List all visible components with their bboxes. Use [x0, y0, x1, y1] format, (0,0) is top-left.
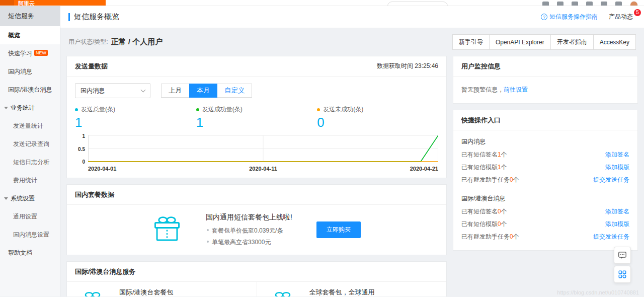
sidebar-item-label: 发送记录查询 — [13, 140, 49, 147]
go-to-settings-link[interactable]: 前往设置 — [504, 86, 528, 93]
submit-send-task-link[interactable]: 提交发送任务 — [593, 233, 629, 241]
aliyun-logo-text[interactable]: 阿里云 — [18, 0, 35, 6]
row-text: 已有短信签名1个 — [461, 151, 507, 159]
topbar-icon[interactable] — [542, 2, 549, 6]
topbar-icon[interactable] — [601, 2, 607, 6]
row-text: 已有群发助手任务0个 — [461, 233, 519, 241]
sidebar-item-domestic-settings[interactable]: 国内消息设置 — [0, 226, 60, 244]
topbar-brand-area: 阿里云 — [0, 0, 106, 6]
data-fetch-time: 数据获取时间 23:25:46 — [377, 62, 438, 70]
range-this-month-button[interactable]: 本月 — [189, 84, 218, 98]
topbar-icon[interactable] — [572, 2, 578, 6]
new-badge: NEW — [34, 50, 48, 56]
topbar-icon-cluster — [542, 2, 622, 6]
question-circle-icon: ? — [541, 14, 547, 20]
sidebar-item-help-docs[interactable]: 帮助文档 — [0, 244, 60, 262]
sidebar-item-cost-stats[interactable]: 费用统计 — [0, 171, 60, 189]
sidebar-item-overview[interactable]: 概览 — [0, 26, 60, 44]
gift-icon — [152, 215, 182, 245]
developer-guide-button[interactable]: 开发者指南 — [550, 34, 594, 50]
send-volume-panel: 发送量数据 数据获取时间 23:25:46 国内消息 上月 本月 自 — [66, 56, 447, 178]
stat-value: 1 — [196, 115, 317, 130]
stat-label: 发送未成功(条) — [323, 105, 363, 114]
user-avatar[interactable] — [630, 1, 638, 6]
app-grid-button[interactable] — [614, 266, 631, 283]
sidebar-item-general-settings[interactable]: 通用设置 — [0, 207, 60, 226]
openapi-explorer-button[interactable]: OpenAPI Explorer — [489, 34, 551, 50]
add-template-link[interactable]: 添加模版 — [605, 163, 629, 172]
header-button-group: 新手引导 OpenAPI Explorer 开发者指南 AccessKey — [453, 34, 636, 50]
user-status-row: 用户状态/类型: 正常 / 个人用户 新手引导 OpenAPI Explorer… — [68, 34, 636, 50]
sidebar-item-quick-learn[interactable]: 快速学习NEW — [0, 44, 60, 62]
quick-entry-row: 已有短信模版1个 添加模版 — [461, 161, 629, 174]
sidebar-title: 短信服务 — [0, 6, 60, 26]
global-package-label: 全球套餐包，全球通用 — [309, 288, 375, 296]
sidebar-item-intl-messages[interactable]: 国际/港澳台消息 — [0, 81, 60, 99]
add-signature-link[interactable]: 添加签名 — [605, 151, 629, 159]
domestic-buy-now-button[interactable]: 立即购买 — [316, 221, 361, 238]
sidebar-group-business-stats[interactable]: 业务统计 — [0, 99, 60, 117]
beginner-guide-button[interactable]: 新手引导 — [452, 34, 490, 50]
range-custom-button[interactable]: 自定义 — [217, 84, 252, 98]
x-tick: 2020-04-11 — [249, 166, 277, 172]
count-value: 0 — [510, 176, 513, 183]
topbar-icon[interactable] — [615, 2, 622, 6]
quick-entry-panel: 快捷操作入口 国内消息 已有短信签名1个 添加签名 已有短信模版1个 添加模版 — [453, 110, 638, 251]
range-last-month-button[interactable]: 上月 — [161, 84, 190, 98]
package-bullet: 单笔最高立省33000元 — [206, 238, 292, 247]
range-button-group: 上月 本月 自定义 — [162, 84, 252, 98]
gift-icon — [80, 291, 105, 296]
topbar-icon[interactable] — [557, 2, 564, 6]
caret-down-icon — [4, 107, 8, 109]
quick-entry-title: 快捷操作入口 — [461, 116, 501, 125]
sidebar-item-label: 帮助文档 — [8, 249, 32, 256]
sidebar-item-label: 发送量统计 — [13, 122, 43, 129]
topbar: 阿里云 — [0, 0, 644, 6]
count-value: 1 — [498, 151, 501, 158]
news-count-badge: 5 — [634, 9, 641, 16]
count-value: 0 — [498, 220, 501, 228]
page-header: 短信服务概览 ? 短信服务操作指南 产品动态 5 — [60, 6, 644, 28]
y-tick: 0 — [75, 159, 85, 165]
product-news-link[interactable]: 产品动态 5 — [609, 13, 636, 21]
feedback-chat-button[interactable] — [614, 247, 631, 264]
accesskey-button[interactable]: AccessKey — [593, 34, 636, 50]
sidebar-item-label: 短信日志分析 — [13, 159, 49, 166]
count-value: 0 — [498, 208, 501, 215]
sidebar-item-send-records[interactable]: 发送记录查询 — [0, 135, 60, 153]
user-monitor-panel: 用户监控信息 暂无预警信息，前往设置 — [453, 56, 638, 104]
row-text: 已有短信模版0个 — [461, 220, 507, 229]
submit-send-task-link[interactable]: 提交发送任务 — [593, 176, 629, 184]
sms-guide-link[interactable]: ? 短信服务操作指南 — [541, 13, 598, 21]
sidebar-item-label: 系统设置 — [11, 195, 35, 202]
sidebar-item-label: 费用统计 — [13, 177, 37, 184]
stat-dot — [196, 108, 199, 111]
grid-icon — [618, 270, 627, 279]
sidebar-group-system-settings[interactable]: 系统设置 — [0, 189, 60, 207]
send-volume-chart: 1 0.5 0 2020-04-01 2020-04-11 2020-04-21 — [67, 130, 446, 178]
sidebar-item-sms-log-analysis[interactable]: 短信日志分析 — [0, 153, 60, 171]
package-headline: 国内通用短信套餐包上线啦! — [206, 213, 292, 222]
sidebar-item-label: 通用设置 — [13, 213, 37, 220]
topbar-icon[interactable] — [586, 2, 593, 6]
chart-plot-area — [88, 133, 438, 165]
count-value: 0 — [510, 233, 513, 240]
quick-entry-row: 已有群发助手任务0个 提交发送任务 — [461, 231, 629, 243]
stat-success-sent: 发送成功量(条) 1 — [196, 105, 317, 130]
monitor-empty-text: 暂无预警信息， — [461, 86, 504, 93]
chart-x-axis: 2020-04-01 2020-04-11 2020-04-21 — [88, 166, 438, 172]
topbar-search-input[interactable] — [387, 2, 448, 6]
aliyun-logo-icon[interactable] — [0, 0, 14, 6]
watermark-text: https://blog.csdn.net/u010740881 — [557, 289, 639, 295]
sidebar-item-domestic-messages[interactable]: 国内消息 — [0, 62, 60, 81]
chart-y-axis: 1 0.5 0 — [75, 133, 88, 165]
user-status-value: 正常 / 个人用户 — [111, 37, 163, 47]
add-template-link[interactable]: 添加模版 — [605, 220, 629, 229]
user-status-label: 用户状态/类型: — [68, 38, 108, 46]
channel-select[interactable]: 国内消息 — [75, 83, 150, 98]
channel-select-value: 国内消息 — [80, 87, 105, 95]
sidebar-item-send-volume-stats[interactable]: 发送量统计 — [0, 117, 60, 135]
sidebar: 短信服务 概览 快速学习NEW 国内消息 国际/港澳台消息 业务统计 发送量统计… — [0, 6, 60, 296]
main-content: 用户状态/类型: 正常 / 个人用户 新手引导 OpenAPI Explorer… — [60, 28, 644, 296]
add-signature-link[interactable]: 添加签名 — [605, 207, 629, 216]
